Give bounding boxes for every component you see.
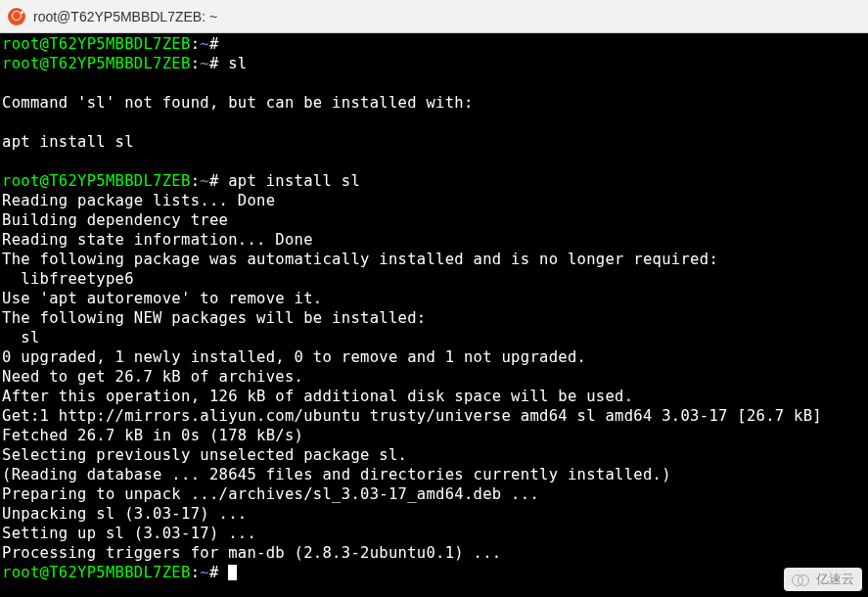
output-text: Command 'sl' not found, but can be insta… bbox=[2, 94, 474, 112]
terminal-line bbox=[2, 152, 866, 171]
output-text: 0 upgraded, 1 newly installed, 0 to remo… bbox=[2, 348, 586, 366]
output-text: (Reading database ... 28645 files and di… bbox=[2, 466, 671, 483]
prompt-colon: : bbox=[191, 564, 201, 581]
prompt-symbol: # bbox=[209, 55, 228, 72]
output-text: apt install sl bbox=[2, 133, 134, 151]
terminal-line: Selecting previously unselected package … bbox=[2, 445, 866, 465]
terminal-line: Get:1 http://mirrors.aliyun.com/ubuntu t… bbox=[2, 406, 866, 426]
output-text: Reading state information... Done bbox=[2, 231, 313, 249]
window-titlebar: root@T62YP5MBBDL7ZEB: ~ bbox=[0, 0, 868, 33]
terminal-line: root@T62YP5MBBDL7ZEB:~# sl bbox=[2, 54, 866, 73]
output-text: The following package was automatically … bbox=[2, 251, 718, 268]
prompt-user-host: root@T62YP5MBBDL7ZEB bbox=[2, 55, 191, 72]
terminal-line: Fetched 26.7 kB in 0s (178 kB/s) bbox=[2, 426, 866, 445]
window-title: root@T62YP5MBBDL7ZEB: ~ bbox=[33, 9, 217, 24]
output-text: Get:1 http://mirrors.aliyun.com/ubuntu t… bbox=[2, 407, 822, 425]
terminal-line: root@T62YP5MBBDL7ZEB:~# bbox=[2, 34, 866, 54]
terminal-line: The following NEW packages will be insta… bbox=[2, 308, 866, 328]
prompt-path: ~ bbox=[200, 172, 209, 190]
command-text: sl bbox=[228, 55, 247, 72]
terminal-line: Unpacking sl (3.03-17) ... bbox=[2, 504, 866, 524]
terminal-line: After this operation, 126 kB of addition… bbox=[2, 387, 866, 406]
terminal-line: Reading state information... Done bbox=[2, 230, 866, 250]
prompt-path: ~ bbox=[200, 55, 209, 72]
terminal-line: Setting up sl (3.03-17) ... bbox=[2, 524, 866, 543]
output-text: Fetched 26.7 kB in 0s (178 kB/s) bbox=[2, 427, 303, 444]
terminal-line: (Reading database ... 28645 files and di… bbox=[2, 465, 866, 484]
cloud-icon bbox=[792, 574, 811, 586]
prompt-colon: : bbox=[191, 55, 201, 72]
watermark-text: 亿速云 bbox=[816, 571, 854, 588]
output-text: Use 'apt autoremove' to remove it. bbox=[2, 290, 322, 307]
watermark: 亿速云 bbox=[784, 568, 862, 591]
output-text: After this operation, 126 kB of addition… bbox=[2, 388, 633, 405]
output-text: Preparing to unpack .../archives/sl_3.03… bbox=[2, 485, 539, 503]
prompt-user-host: root@T62YP5MBBDL7ZEB bbox=[2, 35, 191, 53]
terminal-line: 0 upgraded, 1 newly installed, 0 to remo… bbox=[2, 347, 866, 367]
output-text: sl bbox=[2, 329, 40, 346]
output-text: Need to get 26.7 kB of archives. bbox=[2, 368, 303, 386]
output-text: Setting up sl (3.03-17) ... bbox=[2, 525, 256, 542]
terminal-line: Use 'apt autoremove' to remove it. bbox=[2, 289, 866, 308]
prompt-symbol: # bbox=[209, 172, 228, 190]
prompt-symbol: # bbox=[209, 564, 228, 581]
prompt-path: ~ bbox=[200, 564, 209, 581]
terminal-line: Reading package lists... Done bbox=[2, 191, 866, 210]
prompt-user-host: root@T62YP5MBBDL7ZEB bbox=[2, 564, 191, 581]
output-text: The following NEW packages will be insta… bbox=[2, 309, 426, 327]
terminal-line bbox=[2, 113, 866, 132]
terminal-line: Preparing to unpack .../archives/sl_3.03… bbox=[2, 484, 866, 504]
output-text: Processing triggers for man-db (2.8.3-2u… bbox=[2, 544, 501, 562]
terminal-line: The following package was automatically … bbox=[2, 250, 866, 269]
terminal-line bbox=[2, 73, 866, 93]
prompt-path: ~ bbox=[200, 35, 209, 53]
terminal-line: root@T62YP5MBBDL7ZEB:~# bbox=[2, 563, 866, 582]
terminal-line: sl bbox=[2, 328, 866, 347]
output-text: Unpacking sl (3.03-17) ... bbox=[2, 505, 247, 523]
terminal-line: Command 'sl' not found, but can be insta… bbox=[2, 93, 866, 113]
prompt-user-host: root@T62YP5MBBDL7ZEB bbox=[2, 172, 191, 190]
terminal-line: Need to get 26.7 kB of archives. bbox=[2, 367, 866, 387]
command-text: apt install sl bbox=[228, 172, 360, 190]
terminal-line: Processing triggers for man-db (2.8.3-2u… bbox=[2, 543, 866, 563]
ubuntu-icon bbox=[8, 8, 25, 25]
prompt-symbol: # bbox=[209, 35, 228, 53]
output-text: Building dependency tree bbox=[2, 211, 228, 229]
output-text: Selecting previously unselected package … bbox=[2, 446, 407, 464]
output-text: Reading package lists... Done bbox=[2, 192, 275, 209]
terminal-line: root@T62YP5MBBDL7ZEB:~# apt install sl bbox=[2, 171, 866, 191]
terminal-viewport[interactable]: root@T62YP5MBBDL7ZEB:~# root@T62YP5MBBDL… bbox=[0, 33, 868, 597]
terminal-line: apt install sl bbox=[2, 132, 866, 152]
terminal-line: Building dependency tree bbox=[2, 210, 866, 230]
terminal-line: libfreetype6 bbox=[2, 269, 866, 289]
prompt-colon: : bbox=[191, 35, 201, 53]
prompt-colon: : bbox=[191, 172, 201, 190]
output-text: libfreetype6 bbox=[2, 270, 134, 288]
cursor bbox=[228, 565, 237, 580]
